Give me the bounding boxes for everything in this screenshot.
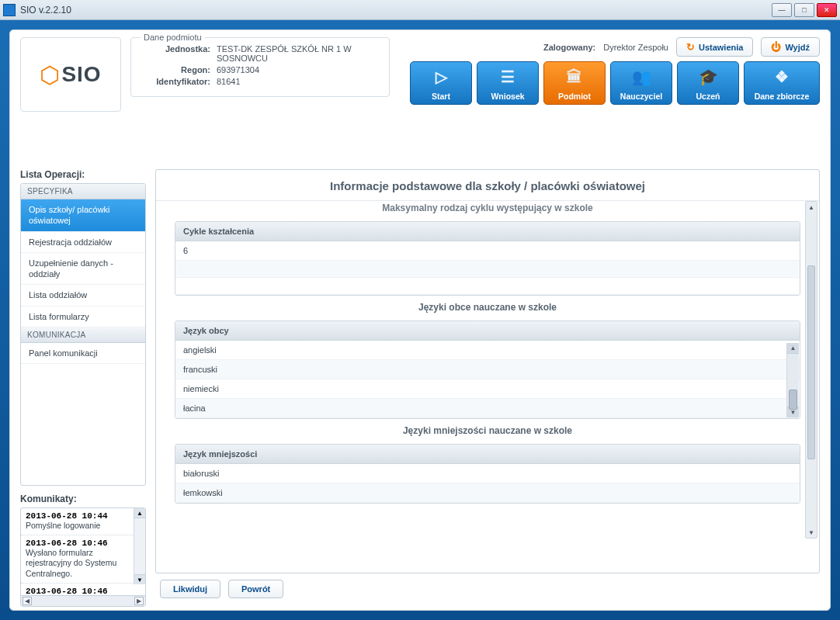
teacher-icon: 👥	[632, 62, 651, 92]
window-controls: — □ ✕	[772, 3, 837, 17]
ident-label: Identyfikator:	[141, 77, 210, 86]
entity-legend: Dane podmiotu	[141, 33, 205, 42]
nav-nauczyciel[interactable]: 👥Nauczyciel	[610, 61, 672, 105]
body: Lista Operacji: SPECYFIKA Opis szkoły/ p…	[20, 169, 820, 600]
ops-item-opis-szkoly[interactable]: Opis szkoły/ placówki oświatowej	[21, 199, 145, 232]
table-row: łacina	[175, 399, 800, 418]
content-area: Maksymalny rodzaj cyklu występujący w sz…	[156, 201, 819, 573]
scroll-thumb[interactable]	[789, 390, 797, 410]
powrot-button[interactable]: Powrót	[228, 580, 283, 598]
main-title: Informacje podstawowe dla szkoły / placó…	[156, 170, 819, 201]
scroll-down-icon[interactable]: ▼	[806, 527, 817, 538]
logo-icon: ⬡	[40, 61, 60, 88]
jednostka-value: TEST-DK ZESPÓŁ SZKÓŁ NR 1 W SOSNOWCU	[217, 44, 380, 63]
app-icon	[3, 4, 16, 16]
ops-item-uzupelnienie[interactable]: Uzupełnienie danych - oddziały	[21, 253, 145, 286]
jednostka-label: Jednostka:	[141, 44, 210, 63]
logo-text: SIO	[61, 62, 101, 87]
logo: ⬡ SIO	[20, 37, 121, 112]
scroll-down-icon[interactable]: ▼	[134, 574, 145, 584]
ops-item-panel-komunikacji[interactable]: Panel komunikacji	[21, 343, 145, 364]
ops-group-specyfika: SPECYFIKA	[21, 184, 145, 199]
student-icon: 🎓	[699, 62, 718, 92]
scroll-up-icon[interactable]: ▲	[806, 202, 817, 213]
likwiduj-button[interactable]: Likwiduj	[160, 580, 220, 598]
table-row: francuski	[175, 360, 800, 379]
scroll-left-icon[interactable]: ◀	[23, 597, 32, 605]
footer-buttons: Likwiduj Powrót	[155, 573, 820, 600]
auth-label: Zalogowany:	[543, 43, 595, 52]
entity-fieldset: Dane podmiotu Jednostka: TEST-DK ZESPÓŁ …	[130, 37, 390, 97]
header: ⬡ SIO Dane podmiotu Jednostka: TEST-DK Z…	[20, 37, 820, 123]
minority-lang-header: Język mniejszości	[175, 445, 800, 464]
table-row: niemiecki	[175, 379, 800, 399]
minimize-button[interactable]: —	[772, 3, 792, 17]
message-timestamp: 2013-06-28 10:46	[26, 539, 141, 548]
table-row: łemkowski	[175, 483, 800, 503]
message-item: 2013-06-28 10:46 Wysłano formularz rejes…	[21, 535, 145, 584]
scroll-up-icon[interactable]: ▲	[134, 508, 145, 518]
km-title: Komunikaty:	[20, 494, 146, 504]
message-text: Pomyślne logowanie	[26, 521, 141, 532]
stack-icon: ☰	[501, 62, 515, 92]
message-timestamp: 2013-06-28 10:46	[26, 587, 141, 595]
scroll-up-icon[interactable]: ▲	[787, 343, 799, 354]
nav-wniosek[interactable]: ☰Wniosek	[477, 61, 539, 105]
foreign-lang-scrollbar[interactable]: ▲ ▼	[786, 343, 799, 417]
auth-user: Dyrektor Zespołu	[603, 43, 668, 52]
exit-label: Wyjdź	[785, 43, 810, 52]
close-button[interactable]: ✕	[817, 3, 837, 17]
section-max-cycle: Maksymalny rodzaj cyklu występujący w sz…	[175, 203, 800, 213]
main-vscrollbar[interactable]: ▲ ▼	[805, 201, 817, 539]
table-row: angielski	[175, 341, 800, 360]
ops-list: SPECYFIKA Opis szkoły/ placówki oświatow…	[20, 183, 146, 486]
messages-box: 2013-06-28 10:44 Pomyślne logowanie 2013…	[20, 507, 146, 607]
nav-start[interactable]: ▷Start	[410, 61, 472, 105]
nav-dane-zbiorcze[interactable]: ❖Dane zbiorcze	[744, 61, 820, 105]
auth-row: Zalogowany: Dyrektor Zespołu ↻ Ustawieni…	[543, 37, 820, 57]
scroll-thumb[interactable]	[807, 265, 815, 459]
left-column: Lista Operacji: SPECYFIKA Opis szkoły/ p…	[20, 169, 146, 600]
main-panel: Informacje podstawowe dla szkoły / placó…	[155, 169, 820, 573]
foreign-lang-header: Język obcy	[175, 321, 800, 341]
messages-hscrollbar[interactable]: ◀ ▶	[21, 595, 145, 606]
ops-title: Lista Operacji:	[20, 169, 146, 180]
section-minority-lang: Języki mniejszości nauczane w szkole	[175, 425, 800, 436]
inner-frame: ⬡ SIO Dane podmiotu Jednostka: TEST-DK Z…	[9, 29, 831, 611]
message-item: 2013-06-28 10:46 Sprawdzono status	[21, 584, 145, 595]
table-row: białoruski	[175, 464, 800, 483]
cycle-header: Cykle kształcenia	[175, 222, 800, 241]
regon-value: 693971304	[217, 65, 259, 74]
messages-scroll[interactable]: 2013-06-28 10:44 Pomyślne logowanie 2013…	[21, 508, 145, 595]
regon-label: Regon:	[141, 65, 210, 74]
window-title: SIO v.2.2.10	[20, 5, 71, 16]
minority-lang-table: Język mniejszości białoruski łemkowski	[175, 444, 800, 504]
messages-vscrollbar[interactable]: ▲ ▼	[134, 508, 145, 584]
main-column: Informacje podstawowe dla szkoły / placó…	[155, 169, 820, 600]
foreign-lang-table: Język obcy angielski francuski niemiecki…	[175, 320, 800, 419]
scroll-right-icon[interactable]: ▶	[134, 597, 144, 605]
maximize-button[interactable]: □	[794, 3, 814, 17]
settings-button[interactable]: ↻ Ustawienia	[676, 37, 753, 57]
nav-podmiot[interactable]: 🏛Podmiot	[543, 61, 606, 105]
cycle-table: Cykle kształcenia 6	[175, 221, 800, 296]
ops-item-lista-formularzy[interactable]: Lista formularzy	[21, 307, 145, 327]
exit-button[interactable]: ⏻ Wyjdź	[761, 37, 820, 57]
message-timestamp: 2013-06-28 10:44	[26, 511, 141, 521]
settings-label: Ustawienia	[699, 43, 743, 52]
ops-group-komunikacja: KOMUNIKACJA	[21, 327, 145, 343]
nav-uczen[interactable]: 🎓Uczeń	[677, 61, 739, 105]
section-foreign-lang: Języki obce nauczane w szkole	[175, 302, 800, 313]
building-icon: 🏛	[567, 62, 582, 92]
ops-item-lista-oddzialow[interactable]: Lista oddziałów	[21, 285, 145, 306]
cycle-row: 6	[175, 241, 800, 261]
play-icon: ▷	[436, 62, 447, 92]
refresh-icon: ↻	[686, 41, 695, 53]
layers-icon: ❖	[775, 62, 789, 92]
header-right: Zalogowany: Dyrektor Zespołu ↻ Ustawieni…	[410, 37, 820, 105]
ident-value: 81641	[217, 77, 241, 86]
main-nav: ▷Start ☰Wniosek 🏛Podmiot 👥Nauczyciel 🎓Uc…	[410, 61, 820, 105]
ops-item-rejestracja[interactable]: Rejestracja oddziałów	[21, 232, 145, 253]
message-item: 2013-06-28 10:44 Pomyślne logowanie	[21, 508, 145, 535]
table-row	[175, 278, 800, 295]
